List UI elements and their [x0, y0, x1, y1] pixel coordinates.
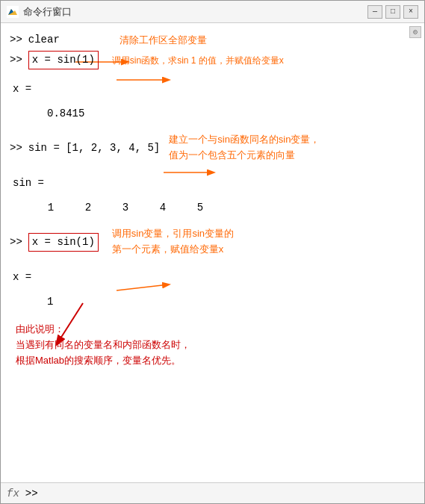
- minimize-button[interactable]: —: [367, 5, 382, 19]
- close-button[interactable]: ×: [403, 5, 418, 19]
- main-content[interactable]: ⊙: [1, 23, 424, 482]
- prompt1: >>: [10, 32, 22, 48]
- maximize-button[interactable]: □: [385, 5, 400, 19]
- content-area: ⊙: [1, 23, 424, 482]
- block2-annotation: 调用sin函数，求sin 1 的值，并赋值给变量x: [112, 54, 284, 67]
- block3-prompt-line: >> sin = [1, 2, 3, 4, 5] 建立一个与sin函数同名的si…: [10, 132, 415, 164]
- block3-annotation-line2: 值为一个包含五个元素的向量: [169, 149, 295, 161]
- block3-section: >> sin = [1, 2, 3, 4, 5] 建立一个与sin函数同名的si…: [10, 132, 415, 223]
- window-title: 命令行窗口: [23, 5, 72, 19]
- prompt4: >>: [10, 234, 22, 250]
- title-bar-left: 命令行窗口: [7, 5, 72, 19]
- block1-command: clear: [28, 32, 60, 48]
- block4-command: x = sin(1): [28, 233, 99, 252]
- block4-annotation2: 第一个元素，赋值给变量x: [112, 243, 224, 255]
- conclusion-block: 由此说明： 当遇到有同名的变量名和内部函数名时， 根据Matlab的搜索顺序，变…: [10, 322, 415, 368]
- block4-boxed-cmd: x = sin(1): [28, 233, 99, 252]
- conclusion-section: 由此说明： 当遇到有同名的变量名和内部函数名时， 根据Matlab的搜索顺序，变…: [10, 322, 415, 368]
- bottom-bar: fx >>: [1, 482, 424, 503]
- matlab-window: 命令行窗口 — □ × ⊙: [0, 0, 425, 504]
- conclusion-line1: 由此说明：: [16, 323, 64, 335]
- sin-val-1: 1: [32, 200, 69, 216]
- block2-command: x = sin(1): [28, 51, 99, 69]
- block3-annotation-group: 建立一个与sin函数同名的sin变量， 值为一个包含五个元素的向量: [169, 132, 320, 164]
- block4-annotation: 调用sin变量，引用sin变量的: [112, 228, 234, 239]
- block3-values-row: 1 2 3 4 5: [10, 200, 415, 216]
- block2-output-value: 0.8415: [10, 106, 415, 122]
- block3-command: sin = [1, 2, 3, 4, 5]: [28, 140, 160, 156]
- block3-annotation-line1: 建立一个与sin函数同名的sin变量，: [169, 134, 320, 145]
- block4-prompt-line: >> x = sin(1) 调用sin变量，引用sin变量的 第一个元素，赋值给…: [10, 226, 415, 258]
- block1-prompt-line: >> clear 清除工作区全部变量: [10, 32, 415, 48]
- block2-section: >> x = sin(1) 调用sin函数，求sin 1 的值，并赋值给变量x …: [10, 51, 415, 129]
- bottom-prompt: >>: [25, 488, 38, 500]
- block2-boxed-cmd: x = sin(1): [28, 51, 99, 69]
- sin-val-4: 4: [144, 200, 182, 216]
- window-controls: — □ ×: [367, 5, 418, 19]
- conclusion-line2: 当遇到有同名的变量名和内部函数名时，: [16, 339, 190, 350]
- block4-annotation-group: 调用sin变量，引用sin变量的 第一个元素，赋值给变量x: [112, 226, 234, 258]
- prompt2: >>: [10, 52, 22, 68]
- block1-section: >> clear 清除工作区全部变量: [10, 32, 415, 48]
- title-bar: 命令行窗口 — □ ×: [1, 1, 424, 23]
- sin-val-2: 2: [69, 200, 107, 216]
- prompt3: >>: [10, 140, 22, 156]
- sin-val-5: 5: [182, 200, 219, 216]
- sin-val-3: 3: [107, 200, 144, 216]
- block1-annotation: 清除工作区全部变量: [120, 33, 207, 48]
- block2-prompt-line: >> x = sin(1) 调用sin函数，求sin 1 的值，并赋值给变量x: [10, 51, 415, 69]
- block3-output-label: sin =: [10, 175, 415, 191]
- block4-section: >> x = sin(1) 调用sin变量，引用sin变量的 第一个元素，赋值给…: [10, 226, 415, 317]
- conclusion-line3: 根据Matlab的搜索顺序，变量名优先。: [16, 355, 181, 366]
- matlab-logo-icon: [7, 6, 19, 18]
- block2-output-label: x =: [10, 81, 415, 97]
- block4-output-value: 1: [10, 294, 415, 310]
- fx-label: fx: [7, 488, 19, 500]
- block4-output-label: x =: [10, 270, 415, 285]
